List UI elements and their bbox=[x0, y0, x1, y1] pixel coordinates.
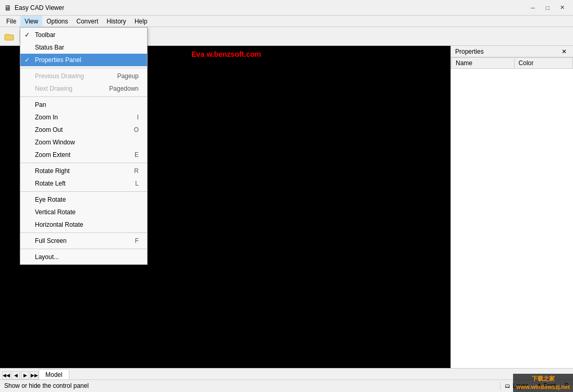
svg-rect-1 bbox=[5, 35, 14, 40]
menu-view-pan[interactable]: Pan bbox=[20, 99, 147, 111]
rotate-left-shortcut: L bbox=[135, 180, 139, 187]
maximize-button[interactable]: □ bbox=[541, 3, 554, 13]
menu-bar: File View Options Convert History Help bbox=[0, 16, 573, 27]
full-screen-label: Full Screen bbox=[35, 237, 67, 244]
watermark-eval: Eva bbox=[189, 49, 206, 59]
sep-1 bbox=[20, 68, 147, 68]
svg-rect-2 bbox=[5, 34, 8, 35]
menu-view-prev-drawing[interactable]: Previous Drawing Pageup bbox=[20, 70, 147, 82]
sep-2 bbox=[20, 96, 147, 97]
status-bar: Show or hide the control panel 🗂 Layer A… bbox=[0, 379, 573, 391]
menu-convert[interactable]: Convert bbox=[72, 16, 103, 27]
pan-label: Pan bbox=[35, 101, 46, 108]
zoom-extent-shortcut: E bbox=[135, 151, 139, 158]
next-drawing-label: Next Drawing bbox=[35, 85, 72, 92]
prev-drawing-shortcut: Pageup bbox=[117, 72, 139, 80]
statusbar-label: Status Bar bbox=[35, 44, 64, 51]
properties-title: Properties bbox=[455, 48, 484, 55]
watermark-url: w.benzsoft.com bbox=[206, 50, 261, 58]
full-screen-shortcut: F bbox=[135, 237, 139, 244]
app-icon: 🖥 bbox=[4, 4, 11, 12]
properties-col-color: Color bbox=[514, 58, 572, 69]
app-title: Easy CAD Viewer bbox=[15, 4, 526, 11]
menu-view-layout[interactable]: Layout... bbox=[20, 251, 147, 263]
zoom-out-label: Zoom Out bbox=[35, 126, 63, 133]
zoom-window-label: Zoom Window bbox=[35, 139, 75, 146]
watermark-line2: www.windowszj.net bbox=[516, 383, 570, 391]
sep-3 bbox=[20, 163, 147, 163]
toolbar-label: Toolbar bbox=[35, 31, 55, 39]
menu-view-zoom-window[interactable]: Zoom Window bbox=[20, 136, 147, 149]
rotate-left-label: Rotate Left bbox=[35, 180, 66, 187]
toolbar-check: ✓ bbox=[25, 31, 30, 39]
tab-nav: ◀◀ ◀ ▶ ▶▶ bbox=[2, 371, 39, 379]
sep-6 bbox=[20, 249, 147, 249]
watermark-line1: 下载之家 bbox=[516, 375, 570, 383]
tab-scroll-prev[interactable]: ◀ bbox=[11, 371, 20, 379]
sep-5 bbox=[20, 232, 147, 233]
menu-view-eye-rotate[interactable]: Eye Rotate bbox=[20, 193, 147, 206]
tab-bar: ◀◀ ◀ ▶ ▶▶ Model bbox=[0, 368, 573, 379]
menu-view-toolbar[interactable]: ✓ Toolbar bbox=[20, 29, 147, 41]
menu-view[interactable]: View bbox=[20, 16, 42, 27]
menu-view-rotate-left[interactable]: Rotate Left L bbox=[20, 177, 147, 190]
zoom-out-shortcut: O bbox=[134, 126, 139, 133]
corner-watermark: 下载之家 www.windowszj.net bbox=[513, 374, 573, 392]
zoom-in-label: Zoom In bbox=[35, 114, 58, 121]
menu-history[interactable]: History bbox=[103, 16, 130, 27]
properties-label: Properties Panel bbox=[35, 56, 81, 64]
title-bar: 🖥 Easy CAD Viewer ─ □ ✕ bbox=[0, 0, 573, 16]
tab-scroll-last[interactable]: ▶▶ bbox=[30, 371, 39, 379]
menu-view-zoom-extent[interactable]: Zoom Extent E bbox=[20, 149, 147, 161]
open-icon bbox=[4, 31, 15, 42]
zoom-extent-label: Zoom Extent bbox=[35, 151, 70, 158]
tab-model[interactable]: Model bbox=[39, 369, 69, 379]
prev-drawing-label: Previous Drawing bbox=[35, 72, 84, 80]
menu-options[interactable]: Options bbox=[42, 16, 72, 27]
tab-scroll-first[interactable]: ◀◀ bbox=[2, 371, 10, 379]
properties-panel: Properties ✕ Name Color bbox=[450, 46, 573, 368]
properties-header: Properties ✕ bbox=[451, 46, 573, 57]
close-button[interactable]: ✕ bbox=[555, 3, 569, 13]
view-dropdown-menu: ✓ Toolbar Status Bar ✓ Properties Panel … bbox=[20, 27, 148, 265]
status-text: Show or hide the control panel bbox=[4, 382, 89, 389]
menu-view-horizontal-rotate[interactable]: Horizontal Rotate bbox=[20, 218, 147, 231]
properties-close-button[interactable]: ✕ bbox=[559, 48, 569, 55]
menu-file[interactable]: File bbox=[2, 16, 20, 27]
properties-col-name: Name bbox=[452, 58, 515, 69]
menu-view-vertical-rotate[interactable]: Vertical Rotate bbox=[20, 206, 147, 218]
menu-view-zoom-in[interactable]: Zoom In I bbox=[20, 111, 147, 124]
rotate-right-shortcut: R bbox=[134, 167, 139, 175]
properties-table: Name Color bbox=[451, 57, 573, 69]
layout-label: Layout... bbox=[35, 253, 59, 261]
open-file-button[interactable] bbox=[2, 29, 17, 44]
rotate-right-label: Rotate Right bbox=[35, 167, 70, 175]
menu-view-next-drawing[interactable]: Next Drawing Pagedown bbox=[20, 82, 147, 95]
minimize-button[interactable]: ─ bbox=[526, 3, 540, 13]
zoom-in-shortcut: I bbox=[137, 114, 139, 121]
vertical-rotate-label: Vertical Rotate bbox=[35, 209, 76, 216]
menu-view-statusbar[interactable]: Status Bar bbox=[20, 41, 147, 54]
menu-view-full-screen[interactable]: Full Screen F bbox=[20, 235, 147, 247]
properties-check: ✓ bbox=[25, 56, 30, 64]
tab-scroll-next[interactable]: ▶ bbox=[21, 371, 29, 379]
menu-help[interactable]: Help bbox=[130, 16, 152, 27]
menu-view-zoom-out[interactable]: Zoom Out O bbox=[20, 124, 147, 136]
horizontal-rotate-label: Horizontal Rotate bbox=[35, 221, 83, 228]
next-drawing-shortcut: Pagedown bbox=[109, 85, 139, 92]
sep-4 bbox=[20, 191, 147, 192]
eye-rotate-label: Eye Rotate bbox=[35, 196, 66, 203]
menu-view-rotate-right[interactable]: Rotate Right R bbox=[20, 165, 147, 177]
menu-view-properties[interactable]: ✓ Properties Panel bbox=[20, 54, 147, 66]
